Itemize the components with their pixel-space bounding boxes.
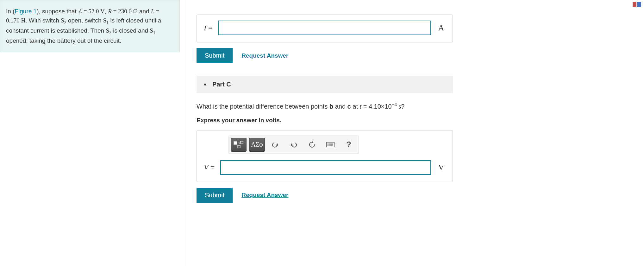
chevron-down-icon: ▼: [203, 82, 207, 87]
keyboard-icon: [326, 142, 335, 147]
figure-link[interactable]: Figure 1: [15, 8, 37, 15]
part-c-answer-box: √ ΑΣφ: [197, 130, 453, 182]
text: is closed and: [111, 27, 150, 34]
text: =: [154, 8, 159, 15]
symbol-R: R: [108, 8, 112, 15]
value-L: 0.170: [6, 17, 20, 24]
redo-button[interactable]: [286, 138, 302, 152]
equation-toolbar: √ ΑΣφ: [228, 136, 359, 154]
value-R: 230.0: [118, 8, 132, 15]
text: In (: [6, 8, 15, 15]
part-b-answer-box: I = A: [197, 15, 453, 42]
column-divider: [187, 0, 187, 266]
reset-button[interactable]: [304, 138, 320, 152]
eq-sign: =: [361, 103, 369, 110]
help-button[interactable]: ?: [341, 138, 357, 152]
part-c-var-label: V =: [204, 163, 215, 172]
part-c-input[interactable]: [220, 160, 431, 175]
part-c-request-answer-link[interactable]: Request Answer: [241, 192, 288, 199]
part-c-question: What is the potential difference between…: [197, 101, 453, 111]
template-tool-button[interactable]: √: [231, 138, 247, 152]
bookmark-icons: [633, 2, 641, 7]
value-t: 4.10×10: [369, 103, 392, 110]
greek-tool-button[interactable]: ΑΣφ: [249, 138, 265, 152]
svg-rect-0: [234, 142, 237, 144]
keyboard-button[interactable]: [322, 138, 338, 152]
symbol-S1b: S: [150, 27, 153, 34]
greek-label: ΑΣφ: [251, 141, 263, 148]
text: ,: [105, 8, 108, 15]
text: ), suppose that: [37, 8, 78, 15]
svg-rect-2: [241, 141, 243, 144]
sub-2b: 2: [109, 30, 111, 35]
sub-1b: 1: [153, 30, 155, 35]
eq-sign: =: [206, 24, 213, 32]
part-c-unit: V: [437, 163, 446, 172]
text: at: [351, 103, 360, 110]
exp-t: −4: [392, 102, 397, 107]
text: open, switch: [66, 17, 103, 24]
text: . With switch: [25, 17, 61, 24]
question-mark-icon: ?: [346, 140, 351, 149]
part-b-submit-button[interactable]: Submit: [197, 48, 233, 63]
part-c-header[interactable]: ▼ Part C: [197, 76, 453, 93]
problem-statement: In (Figure 1), suppose that ℰ = 52.0 V, …: [0, 0, 180, 52]
text: ?: [401, 103, 404, 110]
symbol-L: L: [151, 8, 154, 15]
unit-ohm: Ω: [132, 8, 138, 15]
symbol-S1: S: [103, 17, 107, 24]
point-b: b: [329, 103, 333, 110]
part-b-input[interactable]: [218, 21, 431, 35]
unit-volt: V: [99, 8, 105, 15]
svg-text:√: √: [238, 141, 241, 145]
part-b-request-answer-link[interactable]: Request Answer: [241, 52, 288, 59]
text: What is the potential difference between…: [197, 103, 329, 110]
part-b-unit: A: [437, 23, 446, 33]
sub-2: 2: [64, 20, 66, 25]
text: opened, taking the battery out of the ci…: [6, 37, 121, 44]
part-c-submit-button[interactable]: Submit: [197, 188, 233, 203]
var-I: I: [204, 24, 206, 32]
part-c-instruction: Express your answer in volts.: [197, 117, 453, 124]
var-V: V: [204, 163, 209, 171]
part-c-title: Part C: [212, 81, 231, 88]
text: and: [333, 103, 347, 110]
text: =: [82, 8, 88, 15]
undo-button[interactable]: [267, 138, 283, 152]
symbol-S2b: S: [106, 27, 109, 34]
value-emf: 52.0: [88, 8, 99, 15]
part-b-var-label: I =: [204, 24, 213, 32]
eq-sign: =: [209, 163, 215, 171]
unit-s: s: [397, 103, 401, 110]
symbol-emf: ℰ: [78, 8, 82, 15]
svg-rect-3: [238, 145, 240, 148]
point-c: c: [347, 103, 351, 110]
text: =: [112, 8, 118, 15]
symbol-S2: S: [61, 17, 64, 24]
text: and: [138, 8, 151, 15]
unit-henry: H: [20, 17, 25, 24]
